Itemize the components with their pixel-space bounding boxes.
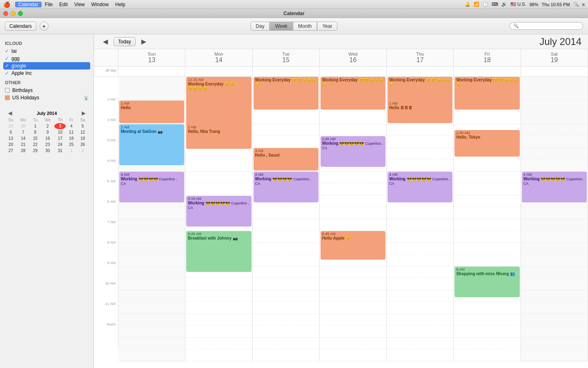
add-calendar-button[interactable]: + bbox=[40, 22, 49, 31]
maximize-button[interactable] bbox=[18, 11, 23, 16]
today-button[interactable]: Today bbox=[114, 37, 136, 46]
mini-cal-day[interactable]: 1 bbox=[30, 123, 41, 129]
mini-cal-day[interactable]: 2 bbox=[77, 148, 89, 154]
event-title: Working Everyday 😊😊 bbox=[255, 78, 302, 82]
day-column-sun: 1 AM Hello 2 AM Meeting at SaiGon 📷 4 AM… bbox=[118, 77, 185, 361]
mini-cal-day[interactable]: 18 bbox=[66, 135, 77, 141]
event-fri-shopping[interactable]: 8 AM Shopping with miss Nhung 👥 bbox=[454, 267, 519, 297]
mini-cal-day[interactable]: 30 bbox=[41, 148, 54, 154]
event-tue-working-purple[interactable]: 4 AM Working 😎😎😎😎 Cupertino , CA bbox=[254, 172, 318, 202]
next-week-button[interactable]: ▶ bbox=[139, 37, 149, 46]
mini-cal-day-today[interactable]: 3 bbox=[54, 123, 66, 129]
prev-week-button[interactable]: ◀ bbox=[100, 37, 110, 46]
month-tab[interactable]: Month bbox=[293, 22, 317, 31]
day-tab[interactable]: Day bbox=[250, 22, 270, 31]
close-button[interactable] bbox=[3, 11, 8, 16]
event-fri-hello-tokyo[interactable]: 2:30 AM Hello, Tokyo bbox=[454, 130, 519, 157]
calendars-button[interactable]: Calendars bbox=[5, 22, 36, 31]
hour-sun-11 bbox=[118, 338, 185, 361]
mini-cal-day[interactable]: 19 bbox=[77, 135, 89, 141]
mini-cal-day[interactable]: 1 bbox=[66, 148, 77, 154]
mini-cal-day[interactable]: 20 bbox=[5, 141, 17, 148]
allday-cell-fri bbox=[454, 67, 521, 76]
mini-cal-day[interactable]: 31 bbox=[54, 148, 66, 154]
week-tab[interactable]: Week bbox=[270, 22, 293, 31]
event-sat-working-purple[interactable]: 4 AM Working 😎😎😎😎😎 Cupertino , CA bbox=[522, 172, 587, 202]
event-sun-hello[interactable]: 1 AM Hello bbox=[119, 101, 184, 123]
menu-item-edit[interactable]: Edit bbox=[56, 2, 71, 7]
sidebar-item-tai[interactable]: ✓ tai bbox=[3, 47, 90, 55]
sidebar-item-apple-inc[interactable]: ✓ Apple Inc bbox=[3, 70, 90, 77]
mini-cal-day[interactable]: 6 bbox=[5, 129, 17, 135]
event-thu-hello[interactable]: 1 AM Hello 🗓🗓🗓 bbox=[388, 101, 452, 123]
day-dow-mon: Mon bbox=[214, 52, 223, 56]
mini-cal-day[interactable]: 30 bbox=[17, 123, 30, 129]
mini-cal-day[interactable]: 15 bbox=[30, 135, 41, 141]
menu-item-view[interactable]: View bbox=[71, 2, 88, 7]
mini-cal-day[interactable]: 24 bbox=[54, 141, 66, 148]
mini-cal-day[interactable]: 4 bbox=[66, 123, 77, 129]
year-tab[interactable]: Year bbox=[317, 22, 337, 31]
mini-cal-day[interactable]: 22 bbox=[30, 141, 41, 148]
month-year-label: July 2014 bbox=[539, 36, 581, 47]
mini-cal-day[interactable]: 27 bbox=[5, 148, 17, 154]
event-mon-working-purple[interactable]: 5:15 AM Working 😎😎😎😎😎 Cupertino , CA bbox=[186, 196, 251, 227]
mini-cal-day[interactable]: 17 bbox=[54, 135, 66, 141]
mini-cal-day[interactable]: 5 bbox=[77, 123, 89, 129]
mini-cal-day[interactable]: 11 bbox=[66, 129, 77, 135]
mini-cal-day[interactable]: 29 bbox=[30, 148, 41, 154]
event-title: Hello 🗓🗓🗓 bbox=[389, 105, 412, 110]
mini-cal-day[interactable]: 29 bbox=[5, 123, 17, 129]
apple-menu[interactable]: 🍎 bbox=[3, 1, 10, 8]
mini-cal-next[interactable]: ▶ bbox=[80, 110, 87, 116]
mini-cal-day[interactable]: 21 bbox=[17, 141, 30, 148]
event-tue-working-everyday[interactable]: Working Everyday 😊😊 😊😊😊😊 bbox=[254, 77, 318, 110]
event-sun-meeting[interactable]: 2 AM Meeting at SaiGon 📷 bbox=[119, 124, 184, 165]
mini-cal-day[interactable]: 28 bbox=[17, 148, 30, 154]
list-icon[interactable]: ≡ bbox=[582, 2, 585, 7]
search-box[interactable]: 🔍 bbox=[510, 22, 583, 30]
mini-cal-day[interactable]: 9 bbox=[41, 129, 54, 135]
mini-cal-day[interactable]: 12 bbox=[77, 129, 89, 135]
mini-cal-day[interactable]: 23 bbox=[41, 141, 54, 148]
event-fri-working-everyday[interactable]: Working Everyday 😊😊 😊😊😊😊 bbox=[454, 77, 519, 110]
minimize-button[interactable] bbox=[11, 11, 16, 16]
event-time: 3 AM bbox=[255, 149, 317, 153]
mini-cal-day[interactable]: 2 bbox=[41, 123, 54, 129]
sidebar-item-google[interactable]: ✓ google bbox=[3, 62, 90, 70]
mini-cal-day[interactable]: 26 bbox=[77, 141, 89, 148]
event-tue-hello-seuol[interactable]: 3 AM Hello , Seuol bbox=[254, 148, 318, 171]
mini-cal-day[interactable]: 7 bbox=[17, 129, 30, 135]
event-title: Working Everyday 😊😊 bbox=[389, 78, 436, 82]
event-thu-working-purple[interactable]: 4 AM Working 😎😎😎😎😎 Cupertino , CA bbox=[388, 172, 452, 202]
event-time: 5:15 AM bbox=[188, 197, 249, 201]
menu-item-file[interactable]: File bbox=[42, 2, 56, 7]
mini-cal-day[interactable]: 14 bbox=[17, 135, 30, 141]
event-wed-hello-apple[interactable]: 6:45 AM Hello Apple 😊 bbox=[321, 231, 385, 260]
menu-item-calendar[interactable]: Calendar bbox=[15, 2, 42, 7]
mini-cal-day[interactable]: 10 bbox=[54, 129, 66, 135]
sidebar-item-birthdays[interactable]: Birthdays bbox=[3, 87, 90, 94]
event-mon-working-everyday[interactable]: 12:15 AM Working Everyday 😊😊😊😊😊😊 bbox=[186, 77, 251, 130]
sidebar-item-us-holidays[interactable]: US Holidays 📡 bbox=[3, 94, 90, 101]
mini-cal-day[interactable]: 16 bbox=[41, 135, 54, 141]
event-mon-breakfast[interactable]: 6:45 AM Breakfast with Johnny 📷 bbox=[186, 231, 251, 272]
sidebar-item-ggg[interactable]: ✓ ggg bbox=[3, 55, 90, 62]
mini-cal-day[interactable]: 8 bbox=[30, 129, 41, 135]
event-mon-hello-nha-trang[interactable]: 2 AM Hello, Nha Trang bbox=[186, 124, 251, 149]
bluetooth-icon: ⌨ bbox=[492, 2, 498, 7]
checkbox-birthdays[interactable] bbox=[5, 88, 10, 93]
event-wed-working-everyday[interactable]: Working Everyday 😊😊 😊😊😊😊 bbox=[321, 77, 385, 110]
menu-item-window[interactable]: Window bbox=[88, 2, 112, 7]
mini-cal-day[interactable]: 13 bbox=[5, 135, 17, 141]
event-wed-working-purple[interactable]: 2:45 AM Working 😎😎😎😎😎 Cupertino , CA bbox=[321, 136, 385, 167]
menu-item-help[interactable]: Help bbox=[112, 2, 129, 7]
event-time: 2 AM bbox=[188, 125, 249, 129]
mini-cal-day[interactable]: 25 bbox=[66, 141, 77, 148]
mini-cal-prev[interactable]: ◀ bbox=[7, 110, 13, 116]
event-title: Hello, Tokyo bbox=[456, 135, 480, 139]
event-sun-working[interactable]: 4 AM Working 😎😎😎😎 Cupertino , CA bbox=[119, 172, 184, 202]
hour-sun-6 bbox=[118, 219, 185, 243]
search-icon[interactable]: 🔍 bbox=[573, 2, 579, 7]
checkbox-us-holidays[interactable] bbox=[5, 95, 10, 100]
